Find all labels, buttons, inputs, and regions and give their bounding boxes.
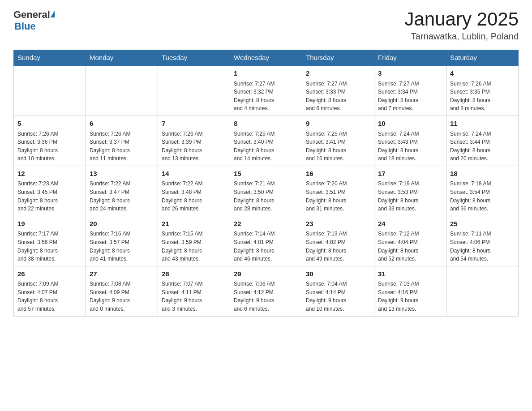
day-number: 7 <box>162 119 226 129</box>
calendar-cell: 9Sunrise: 7:25 AM Sunset: 3:41 PM Daylig… <box>302 116 374 166</box>
day-info: Sunrise: 7:07 AM Sunset: 4:11 PM Dayligh… <box>162 280 226 313</box>
weekday-header-monday: Monday <box>86 50 158 66</box>
calendar-cell <box>86 65 158 116</box>
day-number: 18 <box>450 169 515 179</box>
day-number: 16 <box>306 169 370 179</box>
day-info: Sunrise: 7:21 AM Sunset: 3:50 PM Dayligh… <box>234 180 298 213</box>
day-number: 1 <box>234 68 298 79</box>
calendar-week-1: 1Sunrise: 7:27 AM Sunset: 3:32 PM Daylig… <box>14 65 519 116</box>
day-number: 27 <box>90 269 154 279</box>
day-number: 25 <box>450 219 515 229</box>
day-number: 20 <box>90 219 154 229</box>
day-number: 4 <box>450 68 515 79</box>
day-info: Sunrise: 7:11 AM Sunset: 4:06 PM Dayligh… <box>450 230 515 263</box>
calendar-subtitle: Tarnawatka, Lublin, Poland <box>404 31 519 42</box>
calendar-cell: 24Sunrise: 7:12 AM Sunset: 4:04 PM Dayli… <box>374 216 446 266</box>
day-number: 28 <box>162 269 226 279</box>
day-info: Sunrise: 7:26 AM Sunset: 3:35 PM Dayligh… <box>450 80 515 113</box>
day-info: Sunrise: 7:26 AM Sunset: 3:39 PM Dayligh… <box>162 130 226 163</box>
day-info: Sunrise: 7:18 AM Sunset: 3:54 PM Dayligh… <box>450 180 515 213</box>
calendar-cell: 15Sunrise: 7:21 AM Sunset: 3:50 PM Dayli… <box>230 166 302 216</box>
calendar-cell: 19Sunrise: 7:17 AM Sunset: 3:56 PM Dayli… <box>14 216 86 266</box>
calendar-cell: 7Sunrise: 7:26 AM Sunset: 3:39 PM Daylig… <box>158 116 230 166</box>
day-info: Sunrise: 7:26 AM Sunset: 3:37 PM Dayligh… <box>90 130 154 163</box>
weekday-header-thursday: Thursday <box>302 50 374 66</box>
day-info: Sunrise: 7:26 AM Sunset: 3:36 PM Dayligh… <box>17 130 82 163</box>
day-info: Sunrise: 7:09 AM Sunset: 4:07 PM Dayligh… <box>17 280 82 313</box>
calendar-cell: 10Sunrise: 7:24 AM Sunset: 3:43 PM Dayli… <box>374 116 446 166</box>
day-info: Sunrise: 7:12 AM Sunset: 4:04 PM Dayligh… <box>378 230 442 263</box>
weekday-header-saturday: Saturday <box>446 50 519 66</box>
day-number: 11 <box>450 119 515 129</box>
day-number: 21 <box>162 219 226 229</box>
day-info: Sunrise: 7:08 AM Sunset: 4:09 PM Dayligh… <box>90 280 154 313</box>
calendar-cell: 25Sunrise: 7:11 AM Sunset: 4:06 PM Dayli… <box>446 216 519 266</box>
day-info: Sunrise: 7:27 AM Sunset: 3:32 PM Dayligh… <box>234 80 298 113</box>
weekday-header-tuesday: Tuesday <box>158 50 230 66</box>
calendar-cell: 23Sunrise: 7:13 AM Sunset: 4:02 PM Dayli… <box>302 216 374 266</box>
calendar-cell: 22Sunrise: 7:14 AM Sunset: 4:01 PM Dayli… <box>230 216 302 266</box>
day-info: Sunrise: 7:06 AM Sunset: 4:12 PM Dayligh… <box>234 280 298 313</box>
day-info: Sunrise: 7:25 AM Sunset: 3:41 PM Dayligh… <box>306 130 370 163</box>
day-number: 19 <box>17 219 82 229</box>
day-number: 2 <box>306 68 370 79</box>
day-number: 13 <box>90 169 154 179</box>
calendar-body: 1Sunrise: 7:27 AM Sunset: 3:32 PM Daylig… <box>14 65 519 316</box>
day-number: 14 <box>162 169 226 179</box>
calendar-cell: 31Sunrise: 7:03 AM Sunset: 4:16 PM Dayli… <box>374 266 446 316</box>
logo-general-text: General <box>13 9 50 21</box>
calendar-cell <box>446 266 519 316</box>
calendar-cell: 14Sunrise: 7:22 AM Sunset: 3:48 PM Dayli… <box>158 166 230 216</box>
day-info: Sunrise: 7:19 AM Sunset: 3:53 PM Dayligh… <box>378 180 442 213</box>
day-number: 9 <box>306 119 370 129</box>
day-info: Sunrise: 7:24 AM Sunset: 3:43 PM Dayligh… <box>378 130 442 163</box>
day-info: Sunrise: 7:27 AM Sunset: 3:33 PM Dayligh… <box>306 80 370 113</box>
day-info: Sunrise: 7:17 AM Sunset: 3:56 PM Dayligh… <box>17 230 82 263</box>
day-info: Sunrise: 7:20 AM Sunset: 3:51 PM Dayligh… <box>306 180 370 213</box>
day-info: Sunrise: 7:24 AM Sunset: 3:44 PM Dayligh… <box>450 130 515 163</box>
calendar-cell: 11Sunrise: 7:24 AM Sunset: 3:44 PM Dayli… <box>446 116 519 166</box>
calendar-week-3: 12Sunrise: 7:23 AM Sunset: 3:45 PM Dayli… <box>14 166 519 216</box>
logo: General Blue <box>13 9 55 32</box>
calendar-cell: 12Sunrise: 7:23 AM Sunset: 3:45 PM Dayli… <box>14 166 86 216</box>
day-number: 31 <box>378 269 442 279</box>
calendar-cell: 6Sunrise: 7:26 AM Sunset: 3:37 PM Daylig… <box>86 116 158 166</box>
weekday-header-wednesday: Wednesday <box>230 50 302 66</box>
calendar-cell: 3Sunrise: 7:27 AM Sunset: 3:34 PM Daylig… <box>374 65 446 116</box>
calendar-week-2: 5Sunrise: 7:26 AM Sunset: 3:36 PM Daylig… <box>14 116 519 166</box>
day-number: 30 <box>306 269 370 279</box>
day-info: Sunrise: 7:23 AM Sunset: 3:45 PM Dayligh… <box>17 180 82 213</box>
day-info: Sunrise: 7:25 AM Sunset: 3:40 PM Dayligh… <box>234 130 298 163</box>
calendar-cell: 21Sunrise: 7:15 AM Sunset: 3:59 PM Dayli… <box>158 216 230 266</box>
day-info: Sunrise: 7:22 AM Sunset: 3:47 PM Dayligh… <box>90 180 154 213</box>
day-info: Sunrise: 7:13 AM Sunset: 4:02 PM Dayligh… <box>306 230 370 263</box>
weekday-header-row: SundayMondayTuesdayWednesdayThursdayFrid… <box>14 50 519 66</box>
day-info: Sunrise: 7:03 AM Sunset: 4:16 PM Dayligh… <box>378 280 442 313</box>
weekday-header-sunday: Sunday <box>14 50 86 66</box>
calendar-week-5: 26Sunrise: 7:09 AM Sunset: 4:07 PM Dayli… <box>14 266 519 316</box>
calendar-week-4: 19Sunrise: 7:17 AM Sunset: 3:56 PM Dayli… <box>14 216 519 266</box>
day-number: 10 <box>378 119 442 129</box>
logo-triangle-icon <box>51 11 55 17</box>
calendar-cell: 26Sunrise: 7:09 AM Sunset: 4:07 PM Dayli… <box>14 266 86 316</box>
calendar-cell: 5Sunrise: 7:26 AM Sunset: 3:36 PM Daylig… <box>14 116 86 166</box>
page-header: General Blue January 2025 Tarnawatka, Lu… <box>13 9 519 42</box>
calendar-cell: 2Sunrise: 7:27 AM Sunset: 3:33 PM Daylig… <box>302 65 374 116</box>
day-number: 5 <box>17 119 82 129</box>
calendar-table: SundayMondayTuesdayWednesdayThursdayFrid… <box>13 50 519 316</box>
calendar-cell: 13Sunrise: 7:22 AM Sunset: 3:47 PM Dayli… <box>86 166 158 216</box>
logo-blue-text: Blue <box>14 21 36 32</box>
calendar-cell <box>14 65 86 116</box>
day-info: Sunrise: 7:22 AM Sunset: 3:48 PM Dayligh… <box>162 180 226 213</box>
day-info: Sunrise: 7:14 AM Sunset: 4:01 PM Dayligh… <box>234 230 298 263</box>
day-number: 23 <box>306 219 370 229</box>
calendar-cell: 18Sunrise: 7:18 AM Sunset: 3:54 PM Dayli… <box>446 166 519 216</box>
calendar-title: January 2025 <box>404 9 519 30</box>
day-info: Sunrise: 7:16 AM Sunset: 3:57 PM Dayligh… <box>90 230 154 263</box>
title-block: January 2025 Tarnawatka, Lublin, Poland <box>404 9 519 42</box>
day-info: Sunrise: 7:15 AM Sunset: 3:59 PM Dayligh… <box>162 230 226 263</box>
calendar-cell: 16Sunrise: 7:20 AM Sunset: 3:51 PM Dayli… <box>302 166 374 216</box>
day-number: 15 <box>234 169 298 179</box>
calendar-cell <box>158 65 230 116</box>
day-number: 6 <box>90 119 154 129</box>
